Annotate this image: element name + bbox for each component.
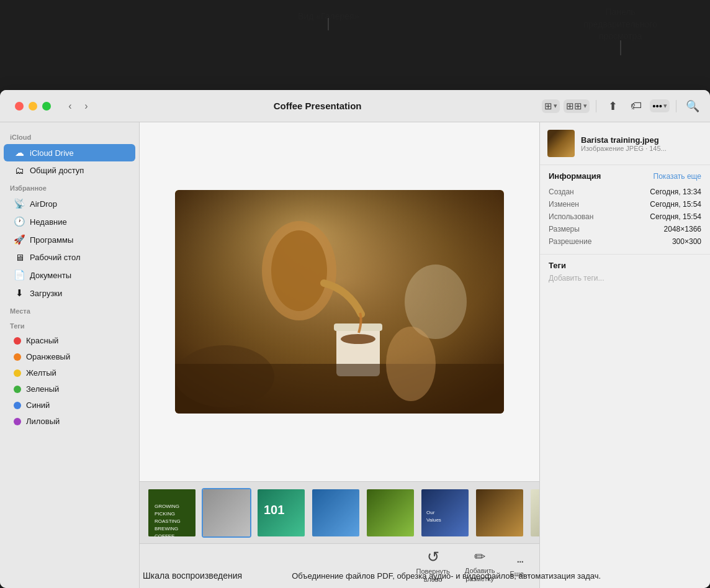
preview-section-header: Информация Показать еще bbox=[549, 171, 701, 181]
thumbnail-strip: GROWING PICKING ROASTING BREWING COFFEE bbox=[140, 481, 539, 543]
yellow-dot bbox=[14, 369, 21, 377]
svg-rect-9 bbox=[175, 364, 504, 414]
gallery-view-annotation: Вид «Галерея» bbox=[298, 11, 359, 21]
share-button[interactable]: ⬆ bbox=[603, 96, 622, 116]
share-icon: ⬆ bbox=[608, 99, 618, 113]
preview-file-info: Barista training.jpeg Изображение JPEG ·… bbox=[581, 135, 703, 152]
thumb-6-svg: Our Values bbox=[421, 489, 470, 538]
thumb-8[interactable] bbox=[529, 488, 539, 538]
more-chevron-icon: ▾ bbox=[663, 102, 667, 110]
preview-row-modified: Изменен Сегодня, 15:54 bbox=[549, 198, 701, 210]
modified-value: Сегодня, 15:54 bbox=[650, 200, 701, 209]
dimensions-label: Размеры bbox=[549, 225, 580, 233]
back-button[interactable]: ‹ bbox=[63, 99, 77, 113]
thumb-7[interactable] bbox=[475, 488, 524, 538]
sidebar-item-tag-orange[interactable]: Оранжевый bbox=[4, 349, 135, 364]
sidebar-item-airdrop[interactable]: 📡 AirDrop bbox=[4, 195, 135, 212]
sidebar-item-tag-red[interactable]: Красный bbox=[4, 333, 135, 348]
sidebar-item-icloud-drive[interactable]: ☁ iCloud Drive bbox=[4, 144, 135, 161]
desktop-icon: 🖥 bbox=[14, 252, 25, 263]
view-switcher[interactable]: ⊞ ▾ bbox=[542, 99, 560, 113]
more-button[interactable]: ••• ▾ bbox=[650, 99, 670, 112]
modified-label: Изменен bbox=[549, 200, 579, 209]
svg-text:BREWING: BREWING bbox=[155, 526, 178, 531]
toolbar: ‹ › Coffee Presentation ⊞ ▾ ⊞⊞ ▾ ⬆ 🏷 •• bbox=[0, 90, 710, 122]
markup-label: Добавить разметку bbox=[465, 567, 495, 583]
green-dot bbox=[14, 386, 21, 393]
sidebar-item-downloads[interactable]: ⬇ Загрузки bbox=[4, 284, 135, 302]
created-label: Создан bbox=[549, 188, 574, 196]
thumb-1-inner: GROWING PICKING ROASTING BREWING COFFEE bbox=[148, 489, 195, 536]
add-tags-field[interactable]: Добавить теги... bbox=[549, 274, 701, 283]
sidebar-item-tag-blue[interactable]: Синий bbox=[4, 397, 135, 413]
more-action-icon: ··· bbox=[516, 554, 523, 568]
svg-text:101: 101 bbox=[264, 503, 284, 517]
thumb-3[interactable]: 101 bbox=[256, 488, 306, 538]
tag-icon: 🏷 bbox=[631, 99, 642, 112]
gallery-view-icon: ⊞ bbox=[544, 101, 552, 112]
svg-point-3 bbox=[271, 230, 327, 311]
separator2 bbox=[676, 100, 676, 112]
thumb-1-svg: GROWING PICKING ROASTING BREWING COFFEE bbox=[148, 489, 197, 538]
sidebar-item-shared[interactable]: 🗂 Общий доступ bbox=[4, 162, 135, 179]
preview-panel: Barista training.jpeg Изображение JPEG ·… bbox=[539, 122, 710, 588]
close-button[interactable] bbox=[15, 102, 24, 111]
sidebar-item-desktop[interactable]: 🖥 Рабочий стол bbox=[4, 249, 135, 266]
preview-filename: Barista training.jpeg bbox=[581, 135, 703, 145]
thumb-5-inner bbox=[367, 489, 414, 536]
traffic-lights bbox=[7, 102, 58, 111]
main-area: GROWING PICKING ROASTING BREWING COFFEE bbox=[140, 122, 539, 588]
shared-icon: 🗂 bbox=[14, 165, 25, 176]
thumb-4[interactable] bbox=[311, 488, 361, 538]
svg-text:Our: Our bbox=[426, 510, 435, 515]
rotate-label: Повернуть влево bbox=[416, 568, 449, 584]
apps-icon: 🚀 bbox=[14, 234, 25, 245]
markup-action[interactable]: ✏ Добавить разметку bbox=[465, 549, 495, 583]
purple-dot bbox=[14, 418, 21, 425]
sidebar-item-tag-yellow[interactable]: Желтый bbox=[4, 365, 135, 381]
thumb-6[interactable]: Our Values bbox=[420, 488, 470, 538]
tags-button[interactable]: 🏷 bbox=[626, 96, 646, 116]
thumb-8-inner bbox=[531, 489, 539, 536]
group-by-button[interactable]: ⊞⊞ ▾ bbox=[564, 99, 590, 113]
svg-text:GROWING: GROWING bbox=[155, 504, 179, 509]
preview-show-more[interactable]: Показать еще bbox=[654, 172, 701, 181]
resolution-value: 300×300 bbox=[672, 237, 701, 246]
more-label: Еще... bbox=[510, 570, 529, 578]
documents-icon: 📄 bbox=[14, 269, 25, 281]
toolbar-controls: ⊞ ▾ ⊞⊞ ▾ ⬆ 🏷 ••• ▾ 🔍 bbox=[542, 96, 703, 116]
sidebar-item-tag-green[interactable]: Зеленый bbox=[4, 381, 135, 397]
resolution-label: Разрешение bbox=[549, 237, 591, 246]
thumb-7-inner bbox=[476, 489, 523, 536]
preview-info-section: Информация Показать еще Создан Сегодня, … bbox=[540, 165, 710, 255]
preview-filetype: Изображение JPEG · 145... bbox=[581, 145, 703, 152]
thumb-2[interactable] bbox=[202, 488, 251, 538]
group-chevron-icon: ▾ bbox=[583, 102, 587, 110]
forward-button[interactable]: › bbox=[79, 99, 93, 113]
dimensions-value: 2048×1366 bbox=[664, 225, 701, 233]
nav-buttons: ‹ › bbox=[63, 99, 93, 113]
red-dot bbox=[14, 337, 21, 345]
content-area: iCloud ☁ iCloud Drive 🗂 Общий доступ Изб… bbox=[0, 122, 710, 588]
thumb-5[interactable] bbox=[366, 488, 415, 538]
main-bottom-bar: ↺ Повернуть влево ✏ Добавить разметку ··… bbox=[140, 543, 539, 588]
search-button[interactable]: 🔍 bbox=[683, 96, 703, 116]
preview-panel-annotation: Панель предварительного просмотра bbox=[583, 6, 657, 43]
thumb-1[interactable]: GROWING PICKING ROASTING BREWING COFFEE bbox=[147, 488, 197, 538]
maximize-button[interactable] bbox=[42, 102, 51, 111]
recents-icon: 🕐 bbox=[14, 216, 25, 227]
minimize-button[interactable] bbox=[29, 102, 37, 111]
rotate-icon: ↺ bbox=[427, 548, 439, 566]
tags-section-title: Теги bbox=[549, 261, 701, 270]
rotate-action[interactable]: ↺ Повернуть влево bbox=[416, 548, 449, 584]
tags-section-label: Теги bbox=[0, 317, 139, 332]
sidebar-item-apps[interactable]: 🚀 Программы bbox=[4, 231, 135, 248]
finder-window: ‹ › Coffee Presentation ⊞ ▾ ⊞⊞ ▾ ⬆ 🏷 •• bbox=[0, 90, 710, 588]
main-image-container[interactable] bbox=[175, 190, 504, 414]
sidebar-item-tag-purple[interactable]: Лиловый bbox=[4, 414, 135, 429]
sidebar-item-recents[interactable]: 🕐 Недавние bbox=[4, 213, 135, 230]
sidebar-item-documents[interactable]: 📄 Документы bbox=[4, 266, 135, 284]
more-action[interactable]: ··· Еще... bbox=[510, 554, 529, 578]
favorites-section-label: Избранное bbox=[0, 179, 139, 194]
thumb-4-inner bbox=[312, 489, 359, 536]
